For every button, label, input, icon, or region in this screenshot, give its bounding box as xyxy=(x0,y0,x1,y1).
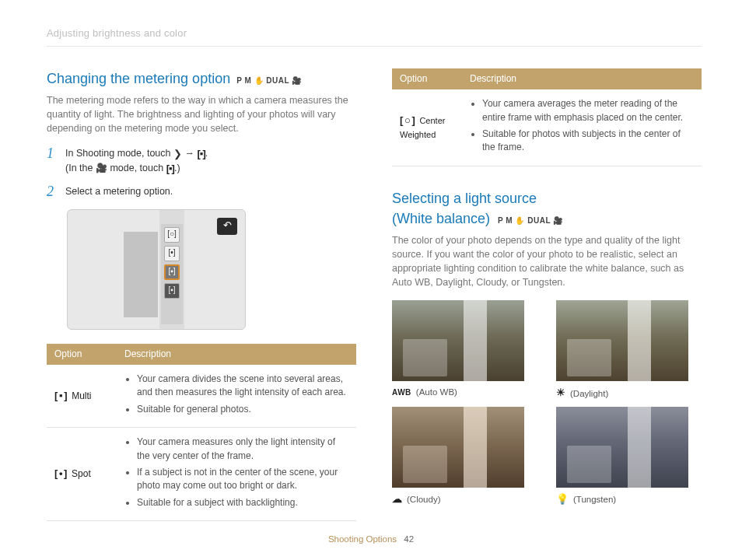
wb-thumb xyxy=(392,407,524,488)
step-2: 2 Select a metering option. xyxy=(47,184,356,198)
step-1-part-a: In Shooting mode, touch xyxy=(65,148,173,159)
left-column: Changing the metering option P M ✋ DUAL … xyxy=(47,68,356,521)
bullet: Suitable for photos with subjects in the… xyxy=(482,128,694,155)
arrow-text: → xyxy=(182,148,197,159)
breadcrumb: Adjusting brightness and color xyxy=(47,26,702,41)
wb-label: AWB (Auto WB) xyxy=(392,386,537,399)
ui-screenshot: ↶ [○] [•] [▪] [▪] xyxy=(67,209,246,330)
wb-label: ☁ (Cloudy) xyxy=(392,492,537,507)
step-1-part-b: . xyxy=(205,148,208,159)
table-header-option: Option xyxy=(47,344,117,365)
wb-example-cloudy: ☁ (Cloudy) xyxy=(392,407,537,507)
wb-label-text: (Daylight) xyxy=(570,387,608,401)
bullet: If a subject is not in the center of the… xyxy=(137,466,348,493)
table-row: [ • ] Spot Your camera measures only the… xyxy=(47,428,356,521)
footer-section: Shooting Options xyxy=(328,534,397,544)
metering-option-icon: [•] xyxy=(164,246,180,261)
steps-list: 1 In Shooting mode, touch ❯ → [▪]. (In t… xyxy=(47,146,356,198)
option-name: Spot xyxy=(72,468,91,479)
wb-example-awb: AWB (Auto WB) xyxy=(392,300,537,401)
bullet: Your camera divides the scene into sever… xyxy=(137,373,348,400)
step-1-line2-b: mode, touch xyxy=(107,163,166,173)
description-cell: Your camera divides the scene into sever… xyxy=(117,365,356,428)
wb-label: 💡 (Tungsten) xyxy=(556,492,702,507)
table-header-description: Description xyxy=(462,68,702,89)
page-number: 42 xyxy=(404,534,414,544)
heading-text-line1: Selecting a light source xyxy=(392,191,537,206)
divider xyxy=(47,46,702,47)
heading-whitebalance: Selecting a light source (White balance)… xyxy=(392,188,702,229)
bulb-icon: 💡 xyxy=(556,492,569,507)
bullet: Suitable for a subject with backlighting… xyxy=(137,496,348,509)
content-columns: Changing the metering option P M ✋ DUAL … xyxy=(47,68,702,521)
description-cell: Your camera measures only the light inte… xyxy=(117,428,356,521)
table-header-description: Description xyxy=(117,344,356,365)
wb-thumb xyxy=(556,407,688,488)
table-row: [ ○ ] CenterWeighted Your camera average… xyxy=(392,89,702,166)
option-cell: [ ○ ] CenterWeighted xyxy=(392,89,462,166)
heading-text: Changing the metering option xyxy=(47,68,230,89)
bullet: Your camera measures only the light inte… xyxy=(137,436,348,463)
cloud-icon: ☁ xyxy=(392,492,402,507)
step-1-line2-a: (In the xyxy=(65,163,96,173)
wb-example-daylight: ☀ (Daylight) xyxy=(556,300,702,401)
bullet: Suitable for general photos. xyxy=(137,403,348,416)
metering-multi-icon: [▪] xyxy=(197,147,205,162)
option-cell: [ • ] Spot xyxy=(47,428,117,521)
step-1-line2-c: .) xyxy=(174,163,180,173)
wb-intro: The color of your photo depends on the t… xyxy=(392,233,702,290)
step-number: 1 xyxy=(47,146,58,176)
wb-label-text: (Cloudy) xyxy=(407,493,440,506)
metering-intro: The metering mode refers to the way in w… xyxy=(47,93,356,135)
table-row: [ ▪ ] Multi Your camera divides the scen… xyxy=(47,365,356,428)
wb-example-tungsten: 💡 (Tungsten) xyxy=(556,407,702,507)
mode-icons: P M ✋ DUAL 🎥 xyxy=(236,75,302,87)
wb-thumb xyxy=(392,300,524,381)
option-name: Multi xyxy=(72,390,91,401)
step-1: 1 In Shooting mode, touch ❯ → [▪]. (In t… xyxy=(47,146,356,176)
video-mode-icon: 🎥 xyxy=(96,162,107,175)
wb-thumb xyxy=(556,300,688,381)
wb-label-text: (Auto WB) xyxy=(416,386,457,399)
step-number: 2 xyxy=(47,184,58,198)
heading-text-line2: (White balance) xyxy=(392,211,490,226)
chevron-right-icon: ❯ xyxy=(173,147,182,161)
table-header-option: Option xyxy=(392,68,462,89)
sun-icon: ☀ xyxy=(556,386,565,401)
heading-metering: Changing the metering option P M ✋ DUAL … xyxy=(47,68,356,89)
back-icon: ↶ xyxy=(217,218,237,235)
metering-option-icon: [▪] xyxy=(164,264,180,280)
metering-center-icon: [ ○ ] xyxy=(400,114,415,126)
metering-option-icon: [▪] xyxy=(164,283,180,299)
metering-multi-icon: [▪] xyxy=(166,162,174,177)
step-1-text: In Shooting mode, touch ❯ → [▪]. (In the… xyxy=(65,146,208,176)
wb-examples-grid: AWB (Auto WB) ☀ (Daylight) ☁ (Cloudy) xyxy=(392,300,702,507)
metering-multi-icon: [ ▪ ] xyxy=(54,390,67,401)
step-2-text: Select a metering option. xyxy=(65,184,173,198)
bullet: Your camera averages the meter reading o… xyxy=(482,97,694,124)
wb-label: ☀ (Daylight) xyxy=(556,386,702,401)
description-cell: Your camera averages the meter reading o… xyxy=(462,89,702,166)
page-footer: Shooting Options 42 xyxy=(0,533,742,546)
metering-spot-icon: [ • ] xyxy=(54,467,66,479)
right-column: Option Description [ ○ ] CenterWeighted … xyxy=(392,68,702,521)
option-cell: [ ▪ ] Multi xyxy=(47,365,117,428)
mode-icons: P M ✋ DUAL 🎥 xyxy=(498,215,563,227)
metering-table: Option Description [ ▪ ] Multi Your came… xyxy=(47,344,356,522)
metering-table-cont: Option Description [ ○ ] CenterWeighted … xyxy=(392,68,702,166)
metering-option-icon: [○] xyxy=(164,227,180,243)
wb-label-text: (Tungsten) xyxy=(573,493,616,506)
metering-options-strip: [○] [•] [▪] [▪] xyxy=(161,224,183,324)
awb-icon: AWB xyxy=(392,387,411,399)
